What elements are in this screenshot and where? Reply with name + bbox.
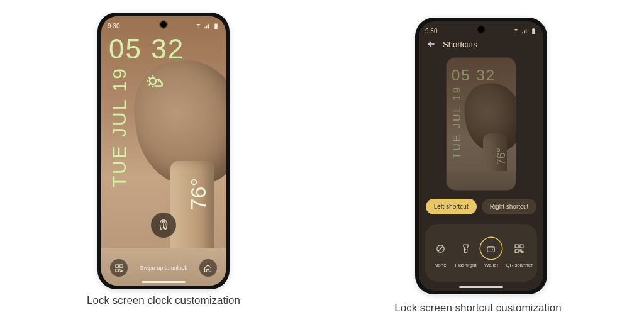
shortcut-settings-screen[interactable]: 9:30 Shortcuts 05 32 TUE JUL 19 76° Left… <box>419 21 543 291</box>
option-qr-label: QR scanner <box>506 262 533 268</box>
weather-icon <box>147 72 165 93</box>
wifi-icon <box>513 28 519 35</box>
home-icon <box>203 264 213 273</box>
phone-lock-clock: 9:30 05 32 TUE JUL 19 76° Swipe up <box>97 13 230 289</box>
caption-clock: Lock screen clock customization <box>63 294 264 307</box>
showcase-stage: 9:30 05 32 TUE JUL 19 76° Swipe up <box>0 0 644 322</box>
battery-icon <box>213 23 219 30</box>
svg-point-0 <box>150 78 156 84</box>
qr-icon <box>514 243 525 254</box>
status-time: 9:30 <box>108 23 119 30</box>
option-none[interactable]: None <box>430 238 451 268</box>
svg-rect-1 <box>115 264 118 267</box>
back-arrow-icon[interactable] <box>426 39 436 49</box>
status-icons <box>513 28 537 35</box>
fingerprint-button[interactable] <box>151 213 176 238</box>
lock-screen[interactable]: 9:30 05 32 TUE JUL 19 76° Swipe up <box>101 16 226 286</box>
status-time: 9:30 <box>425 28 437 35</box>
nav-handle[interactable] <box>459 286 503 288</box>
qr-icon <box>114 264 124 273</box>
caption-shortcut: Lock screen shortcut customization <box>377 302 579 314</box>
option-none-label: None <box>435 262 447 268</box>
svg-rect-2 <box>119 264 122 267</box>
wifi-icon <box>195 23 202 30</box>
svg-rect-5 <box>487 246 494 252</box>
nav-handle[interactable] <box>142 281 186 283</box>
option-flashlight-label: Flashlight <box>455 262 476 268</box>
status-icons <box>195 23 219 30</box>
home-shortcut-button[interactable] <box>199 259 217 277</box>
lock-preview: 05 32 TUE JUL 19 76° <box>447 58 516 190</box>
lock-date: TUE JUL 19 <box>109 67 130 187</box>
option-qr-scanner[interactable]: QR scanner <box>506 238 533 268</box>
option-wallet[interactable]: Wallet <box>480 238 502 268</box>
phone-shortcut-settings: 9:30 Shortcuts 05 32 TUE JUL 19 76° Left… <box>415 18 547 294</box>
fingerprint-icon <box>157 218 170 232</box>
swipe-hint: Swipe up to unlock <box>140 265 187 271</box>
battery-icon <box>530 28 537 35</box>
preview-clock: 05 32 <box>452 68 496 83</box>
settings-title: Shortcuts <box>443 40 477 49</box>
flashlight-icon <box>460 243 471 254</box>
wallet-icon <box>486 243 496 254</box>
signal-icon <box>204 23 211 30</box>
front-camera <box>478 26 484 33</box>
svg-rect-8 <box>515 249 518 252</box>
option-wallet-label: Wallet <box>484 262 498 268</box>
preview-date: TUE JUL 19 <box>452 86 463 159</box>
lock-clock: 05 32 <box>109 35 184 63</box>
shortcut-tabs: Left shortcut Right shortcut <box>419 199 543 214</box>
svg-rect-3 <box>115 269 118 271</box>
none-icon <box>435 243 446 254</box>
svg-rect-6 <box>515 245 518 248</box>
wallpaper-cup <box>170 161 214 262</box>
lock-temperature: 76° <box>186 178 211 210</box>
tab-right-shortcut[interactable]: Right shortcut <box>482 199 537 214</box>
qr-shortcut-button[interactable] <box>110 259 128 277</box>
tab-left-shortcut[interactable]: Left shortcut <box>426 199 477 214</box>
lock-bottom-bar: Swipe up to unlock <box>101 259 226 277</box>
signal-icon <box>521 28 528 35</box>
svg-rect-7 <box>520 245 523 248</box>
option-flashlight[interactable]: Flashlight <box>455 238 476 268</box>
front-camera <box>160 21 167 28</box>
settings-header: Shortcuts <box>426 39 477 49</box>
shortcut-options-panel: None Flashlight Wallet QR scanner <box>425 224 537 282</box>
preview-temp: 76° <box>495 148 508 165</box>
